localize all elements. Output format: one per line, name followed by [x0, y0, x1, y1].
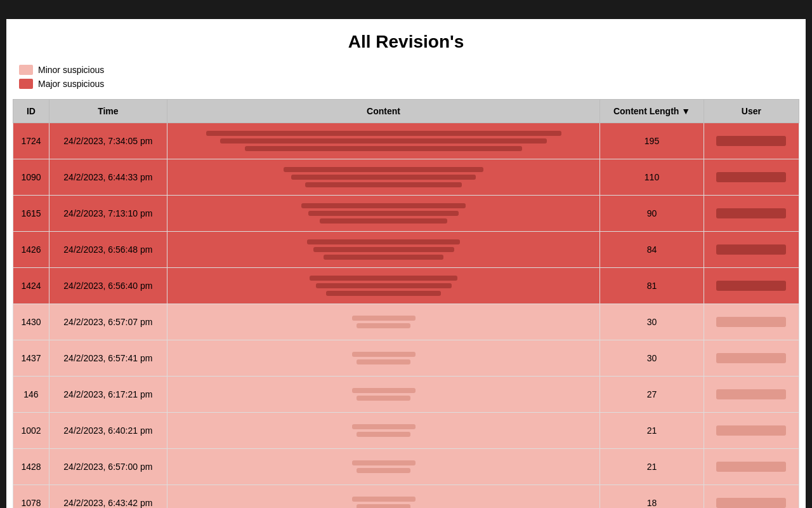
legend-major: Major suspicious: [19, 79, 799, 89]
table-row: 143024/2/2023, 6:57:07 pm30: [13, 304, 799, 340]
cell-user: [704, 485, 799, 509]
cell-id: 1615: [13, 196, 49, 232]
cell-id: 1078: [13, 485, 49, 509]
cell-content-length: 90: [600, 196, 704, 232]
cell-id: 146: [13, 377, 49, 413]
table-row: 107824/2/2023, 6:43:42 pm18: [13, 485, 799, 509]
table-row: 14624/2/2023, 6:17:21 pm27: [13, 377, 799, 413]
cell-content-length: 195: [600, 123, 704, 159]
cell-user: [704, 123, 799, 159]
cell-time: 24/2/2023, 6:57:41 pm: [49, 340, 167, 377]
cell-time: 24/2/2023, 6:40:21 pm: [49, 413, 167, 449]
minor-label: Minor suspicious: [38, 65, 104, 75]
cell-user: [704, 232, 799, 268]
cell-time: 24/2/2023, 6:44:33 pm: [49, 159, 167, 196]
legend-minor: Minor suspicious: [19, 65, 799, 75]
col-header-id[interactable]: ID: [13, 100, 49, 123]
cell-content-length: 21: [600, 413, 704, 449]
table-row: 143724/2/2023, 6:57:41 pm30: [13, 340, 799, 377]
cell-id: 1002: [13, 413, 49, 449]
cell-time: 24/2/2023, 6:57:00 pm: [49, 449, 167, 485]
cell-content-length: 21: [600, 449, 704, 485]
table-row: 142624/2/2023, 6:56:48 pm84: [13, 232, 799, 268]
table-header-row: ID Time Content Content Length ▼ User: [13, 100, 799, 123]
cell-user: [704, 377, 799, 413]
cell-user: [704, 413, 799, 449]
cell-content: [167, 268, 600, 304]
cell-user: [704, 268, 799, 304]
cell-user: [704, 196, 799, 232]
cell-time: 24/2/2023, 7:13:10 pm: [49, 196, 167, 232]
cell-user: [704, 159, 799, 196]
cell-content: [167, 413, 600, 449]
cell-id: 1428: [13, 449, 49, 485]
cell-time: 24/2/2023, 6:43:42 pm: [49, 485, 167, 509]
cell-id: 1430: [13, 304, 49, 340]
table-row: 109024/2/2023, 6:44:33 pm110: [13, 159, 799, 196]
cell-content-length: 30: [600, 304, 704, 340]
cell-content: [167, 485, 600, 509]
cell-content-length: 81: [600, 268, 704, 304]
cell-content: [167, 304, 600, 340]
cell-id: 1426: [13, 232, 49, 268]
cell-content: [167, 449, 600, 485]
cell-content-length: 18: [600, 485, 704, 509]
cell-time: 24/2/2023, 6:57:07 pm: [49, 304, 167, 340]
cell-user: [704, 304, 799, 340]
revisions-table: ID Time Content Content Length ▼ User 17…: [13, 99, 799, 508]
minor-color-swatch: [19, 65, 33, 75]
col-header-content-length[interactable]: Content Length ▼: [600, 100, 704, 123]
table-row: 172424/2/2023, 7:34:05 pm195: [13, 123, 799, 159]
cell-content: [167, 159, 600, 196]
page-title: All Revision's: [13, 32, 799, 52]
cell-content: [167, 377, 600, 413]
cell-id: 1437: [13, 340, 49, 377]
cell-content-length: 110: [600, 159, 704, 196]
col-header-content[interactable]: Content: [167, 100, 600, 123]
table-row: 142424/2/2023, 6:56:40 pm81: [13, 268, 799, 304]
col-header-time[interactable]: Time: [49, 100, 167, 123]
cell-id: 1724: [13, 123, 49, 159]
cell-content: [167, 123, 600, 159]
cell-time: 24/2/2023, 6:56:40 pm: [49, 268, 167, 304]
cell-user: [704, 340, 799, 377]
legend: Minor suspicious Major suspicious: [13, 65, 799, 89]
table-row: 100224/2/2023, 6:40:21 pm21: [13, 413, 799, 449]
cell-content-length: 30: [600, 340, 704, 377]
cell-time: 24/2/2023, 7:34:05 pm: [49, 123, 167, 159]
table-row: 142824/2/2023, 6:57:00 pm21: [13, 449, 799, 485]
cell-content-length: 27: [600, 377, 704, 413]
cell-content: [167, 196, 600, 232]
cell-time: 24/2/2023, 6:17:21 pm: [49, 377, 167, 413]
cell-user: [704, 449, 799, 485]
major-color-swatch: [19, 79, 33, 89]
cell-id: 1424: [13, 268, 49, 304]
cell-time: 24/2/2023, 6:56:48 pm: [49, 232, 167, 268]
table-row: 161524/2/2023, 7:13:10 pm90: [13, 196, 799, 232]
cell-id: 1090: [13, 159, 49, 196]
cell-content-length: 84: [600, 232, 704, 268]
cell-content: [167, 340, 600, 377]
col-header-user[interactable]: User: [704, 100, 799, 123]
major-label: Major suspicious: [38, 79, 104, 89]
cell-content: [167, 232, 600, 268]
